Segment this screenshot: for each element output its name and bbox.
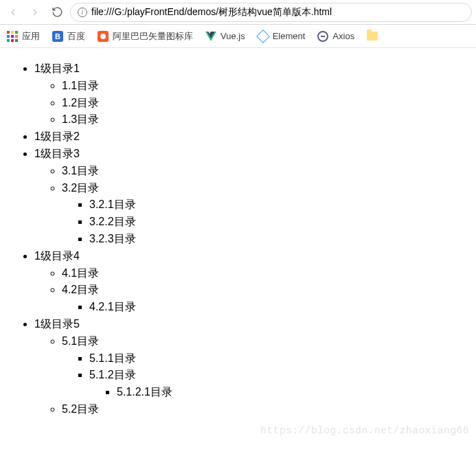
tree-root: 1级目录11.1目录1.2目录1.3目录1级目录21级目录33.1目录3.2目录… — [7, 60, 469, 418]
tree-item: 1级目录33.1目录3.2目录3.2.1目录3.2.2目录3.2.3目录 — [34, 146, 469, 248]
bookmark-label: Element — [273, 31, 306, 41]
tree-children: 3.2.1目录3.2.2目录3.2.3目录 — [62, 196, 469, 247]
bookmark-label: 应用 — [22, 30, 40, 43]
tree-item: 5.1.2目录5.1.2.1目录 — [89, 367, 469, 401]
tree-item: 5.2目录 — [62, 401, 469, 418]
tree-item-label: 3.1目录 — [62, 165, 99, 176]
tree-item-label: 4.2.1目录 — [89, 301, 136, 312]
tree-item: 4.2.1目录 — [89, 299, 469, 316]
bookmark-folder[interactable] — [367, 31, 378, 42]
site-info-icon[interactable]: i — [78, 8, 87, 17]
tree-children: 5.1目录5.1.1目录5.1.2目录5.1.2.1目录5.2目录 — [34, 333, 469, 418]
tree-item: 5.1.1目录 — [89, 350, 469, 367]
tree-item: 1级目录55.1目录5.1.1目录5.1.2目录5.1.2.1目录5.2目录 — [34, 316, 469, 418]
tree-item: 3.2.2目录 — [89, 214, 469, 231]
tree-item-label: 5.1.2目录 — [89, 369, 136, 380]
page-content: 1级目录11.1目录1.2目录1.3目录1级目录21级目录33.1目录3.2目录… — [0, 48, 476, 439]
tree-item-label: 1级目录2 — [34, 130, 80, 142]
bookmark-axios[interactable]: Axios — [317, 31, 354, 42]
reload-button[interactable] — [48, 3, 66, 21]
baidu-icon: B — [52, 31, 63, 42]
tree-item-label: 3.2目录 — [62, 182, 99, 194]
tree-item-label: 1级目录1 — [34, 62, 80, 74]
tree-item-label: 1.1目录 — [62, 80, 99, 91]
bookmark-label: 阿里巴巴矢量图标库 — [113, 30, 193, 43]
element-icon — [258, 31, 269, 42]
tree-item: 1级目录2 — [34, 128, 469, 146]
tree-item: 1级目录44.1目录4.2目录4.2.1目录 — [34, 248, 469, 316]
tree-children: 4.2.1目录 — [62, 299, 469, 316]
bookmark-apps[interactable]: 应用 — [7, 30, 40, 43]
tree-children: 3.1目录3.2目录3.2.1目录3.2.2目录3.2.3目录 — [34, 163, 469, 248]
bookmark-label: 百度 — [67, 30, 85, 43]
tree-item: 5.1.2.1目录 — [117, 384, 469, 401]
iconfont-icon — [98, 31, 109, 42]
bookmark-baidu[interactable]: B 百度 — [52, 30, 85, 43]
tree-children: 1.1目录1.2目录1.3目录 — [34, 78, 469, 128]
tree-item: 1.2目录 — [62, 95, 469, 112]
bookmark-iconfont[interactable]: 阿里巴巴矢量图标库 — [98, 30, 193, 43]
browser-toolbar: i file:///G:/playFrontEnd/demos/树形结构vue简… — [0, 0, 476, 25]
forward-button[interactable] — [26, 3, 44, 21]
tree-item-label: 4.1目录 — [62, 267, 99, 279]
tree-item-label: 5.2目录 — [62, 403, 99, 415]
folder-icon — [367, 31, 378, 42]
tree-item-label: 5.1.1目录 — [89, 352, 136, 364]
tree-item: 5.1目录5.1.1目录5.1.2目录5.1.2.1目录 — [62, 333, 469, 401]
tree-item: 4.1目录 — [62, 265, 469, 282]
tree-item: 1级目录11.1目录1.2目录1.3目录 — [34, 60, 469, 128]
tree-item-label: 3.2.1目录 — [89, 198, 136, 210]
tree-item-label: 3.2.2目录 — [89, 216, 136, 227]
axios-icon — [317, 31, 328, 42]
bookmark-label: Axios — [332, 31, 354, 41]
tree-item-label: 3.2.3目录 — [89, 233, 136, 244]
tree-children: 5.1.1目录5.1.2目录5.1.2.1目录 — [62, 350, 469, 401]
address-bar[interactable]: i file:///G:/playFrontEnd/demos/树形结构vue简… — [70, 3, 472, 22]
tree-children: 5.1.2.1目录 — [89, 384, 469, 401]
tree-children: 4.1目录4.2目录4.2.1目录 — [34, 265, 469, 316]
tree-item-label: 5.1.2.1目录 — [117, 386, 172, 398]
tree-item: 3.2.1目录 — [89, 196, 469, 214]
apps-icon — [7, 31, 18, 42]
tree-item: 4.2目录4.2.1目录 — [62, 282, 469, 316]
tree-item-label: 1级目录3 — [34, 148, 80, 159]
watermark: https://blog.csdn.net/zhaoxiang66 — [260, 425, 469, 436]
url-text: file:///G:/playFrontEnd/demos/树形结构vue简单版… — [91, 6, 332, 19]
vue-icon — [205, 31, 216, 42]
tree-item-label: 1级目录4 — [34, 250, 80, 262]
bookmarks-bar: 应用 B 百度 阿里巴巴矢量图标库 Vue.js Element Axios — [0, 25, 476, 48]
tree-item-label: 1.2目录 — [62, 97, 99, 109]
bookmark-vue[interactable]: Vue.js — [205, 31, 245, 42]
back-button[interactable] — [4, 3, 22, 21]
tree-item-label: 1级目录5 — [34, 318, 80, 330]
tree-item: 1.1目录 — [62, 78, 469, 95]
tree-item: 3.2.3目录 — [89, 231, 469, 248]
tree-item-label: 5.1目录 — [62, 335, 99, 347]
tree-item: 3.1目录 — [62, 163, 469, 180]
tree-item: 1.3目录 — [62, 111, 469, 128]
bookmark-label: Vue.js — [220, 31, 245, 41]
tree-item-label: 4.2目录 — [62, 284, 99, 295]
tree-item: 3.2目录3.2.1目录3.2.2目录3.2.3目录 — [62, 180, 469, 248]
tree-item-label: 1.3目录 — [62, 113, 99, 125]
bookmark-element[interactable]: Element — [258, 31, 306, 42]
